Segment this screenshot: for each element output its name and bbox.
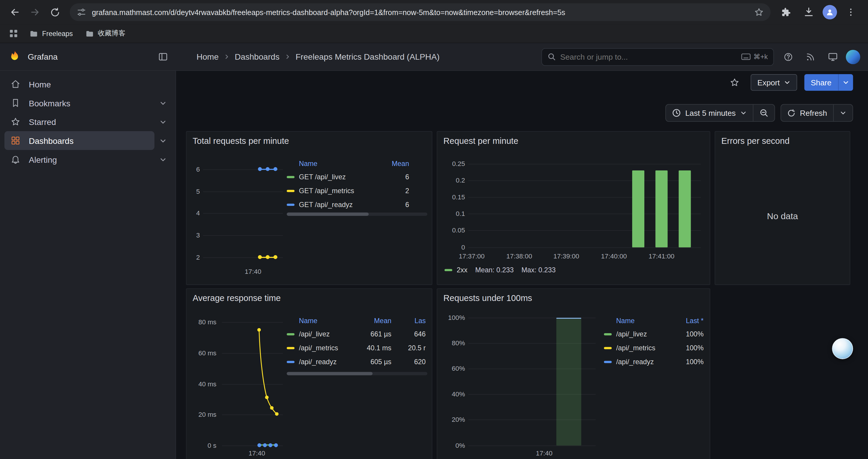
- legend-header-last[interactable]: Last *: [673, 317, 704, 325]
- legend-scrollbar[interactable]: [287, 213, 428, 216]
- series-name[interactable]: /api/_livez: [616, 330, 673, 338]
- back-button[interactable]: [6, 3, 25, 22]
- share-button[interactable]: Share: [804, 74, 853, 91]
- url-text[interactable]: grafana.mathmast.com/d/deytv4rwavabkb/fr…: [92, 8, 748, 16]
- url-bar[interactable]: grafana.mathmast.com/d/deytv4rwavabkb/fr…: [70, 3, 771, 21]
- bar-2xx: [655, 170, 668, 247]
- share-menu-button[interactable]: [839, 79, 853, 86]
- scrollbar-thumb[interactable]: [287, 372, 373, 375]
- refresh-button[interactable]: Refresh: [781, 104, 833, 121]
- dashboard-actions: Export Share: [176, 71, 868, 94]
- panel-title[interactable]: Request per minute: [443, 136, 518, 146]
- expand-chevron-icon[interactable]: [155, 95, 171, 111]
- data-point: [258, 167, 262, 171]
- dock-menu-toggle[interactable]: [158, 52, 168, 62]
- series-name[interactable]: /api/_metrics: [616, 344, 673, 352]
- panel-title[interactable]: Requests under 100ms: [443, 293, 532, 303]
- zoom-out-icon: [760, 108, 769, 117]
- search-box[interactable]: ⌘+k: [541, 48, 774, 66]
- y-tick-label: 0%: [440, 441, 465, 450]
- series-name[interactable]: /api/_readyz: [616, 358, 673, 365]
- floating-assistant-avatar[interactable]: [832, 338, 853, 359]
- chevron-down-icon: [784, 79, 790, 86]
- reload-button[interactable]: [45, 3, 64, 22]
- export-button[interactable]: Export: [751, 74, 797, 91]
- extensions-button[interactable]: [776, 3, 795, 22]
- legend-row: /api/_livez 100%: [604, 327, 704, 341]
- time-range-button[interactable]: Last 5 minutes: [666, 104, 753, 121]
- y-tick-label: 60%: [440, 364, 465, 373]
- gridline: [203, 191, 283, 192]
- sidebar-item-home[interactable]: Home: [4, 75, 171, 94]
- data-point: [266, 167, 270, 171]
- series-name[interactable]: GET /api/_livez: [299, 173, 376, 181]
- help-icon: [783, 52, 793, 62]
- expand-chevron-icon[interactable]: [155, 132, 171, 149]
- panel-title[interactable]: Errors per second: [721, 136, 789, 146]
- news-rss-button[interactable]: [802, 48, 819, 66]
- series-name[interactable]: GET /api/_readyz: [299, 201, 376, 208]
- breadcrumb-home[interactable]: Home: [196, 52, 219, 61]
- panel-title[interactable]: Average response time: [193, 293, 281, 303]
- series-last: 100%: [673, 330, 704, 338]
- bookmark-star-icon[interactable]: [754, 7, 764, 17]
- breadcrumb-dashboards[interactable]: Dashboards: [235, 52, 279, 61]
- site-settings-icon[interactable]: [76, 7, 87, 17]
- scrollbar-thumb[interactable]: [287, 213, 369, 216]
- legend-item[interactable]: 2xx: [445, 266, 468, 274]
- legend-header-mean[interactable]: Mean: [359, 317, 392, 325]
- legend-header-name[interactable]: Name: [299, 317, 359, 325]
- expand-chevron-icon[interactable]: [155, 151, 171, 168]
- time-controls: Last 5 minutes Refresh: [665, 104, 853, 122]
- series-name[interactable]: GET /api/_metrics: [299, 187, 376, 194]
- series-name[interactable]: /api/_metrics: [299, 344, 359, 352]
- expand-chevron-icon[interactable]: [155, 113, 171, 130]
- forward-button[interactable]: [25, 3, 44, 22]
- series-name: 2xx: [457, 266, 467, 274]
- refresh-interval-button[interactable]: [834, 104, 852, 121]
- series-name[interactable]: /api/_livez: [299, 330, 359, 338]
- sidebar-item-alerting[interactable]: Alerting: [4, 150, 155, 169]
- grafana-body: Home Bookmarks Starred: [0, 71, 868, 459]
- display-button[interactable]: [824, 48, 841, 66]
- chevron-down-icon: [840, 109, 846, 116]
- series-mean: 661 µs: [359, 330, 392, 338]
- gridline: [468, 164, 701, 165]
- legend-header: Name Last *: [604, 315, 704, 327]
- y-tick-label: 0.15: [440, 193, 465, 201]
- zoom-out-button[interactable]: [753, 104, 774, 121]
- series-last: 20.5 r: [392, 344, 428, 352]
- sidebar-item-dashboards[interactable]: Dashboards: [4, 131, 155, 150]
- y-tick-label: 0.05: [440, 226, 465, 234]
- x-tick-label: 17:40: [528, 449, 561, 458]
- legend-header-mean[interactable]: Mean: [376, 160, 409, 168]
- legend-header-last[interactable]: Las: [392, 317, 428, 325]
- favorite-star-button[interactable]: [726, 73, 744, 91]
- grafana-logo[interactable]: [8, 50, 22, 64]
- refresh-icon: [787, 109, 795, 117]
- profile-button[interactable]: [823, 5, 837, 20]
- help-button[interactable]: [779, 48, 797, 66]
- bell-icon: [10, 155, 21, 165]
- search-input[interactable]: [560, 52, 737, 61]
- sidebar-label: Home: [29, 79, 51, 89]
- legend-scrollbar[interactable]: [287, 372, 428, 375]
- legend-header-name[interactable]: Name: [299, 160, 376, 168]
- bookmark-folder-freeleaps[interactable]: Freeleaps: [26, 28, 76, 40]
- apps-grid-button[interactable]: [6, 29, 20, 38]
- sidebar-item-bookmarks[interactable]: Bookmarks: [4, 94, 155, 112]
- series-name[interactable]: /api/_readyz: [299, 358, 359, 365]
- bookmark-folder-blogs[interactable]: 收藏博客: [82, 27, 129, 40]
- data-point: [257, 444, 261, 447]
- browser-menu-button[interactable]: [841, 3, 860, 22]
- panel-title[interactable]: Total requests per minute: [193, 136, 289, 146]
- y-tick-label: 6: [189, 165, 200, 174]
- y-tick-label: 2: [189, 253, 200, 262]
- downloads-button[interactable]: [800, 3, 818, 22]
- user-avatar[interactable]: [846, 50, 860, 64]
- series-color-swatch: [445, 269, 452, 271]
- sidebar-item-starred[interactable]: Starred: [4, 112, 155, 131]
- series-color-swatch: [604, 361, 612, 363]
- legend-header-name[interactable]: Name: [616, 317, 673, 325]
- download-icon: [803, 6, 814, 18]
